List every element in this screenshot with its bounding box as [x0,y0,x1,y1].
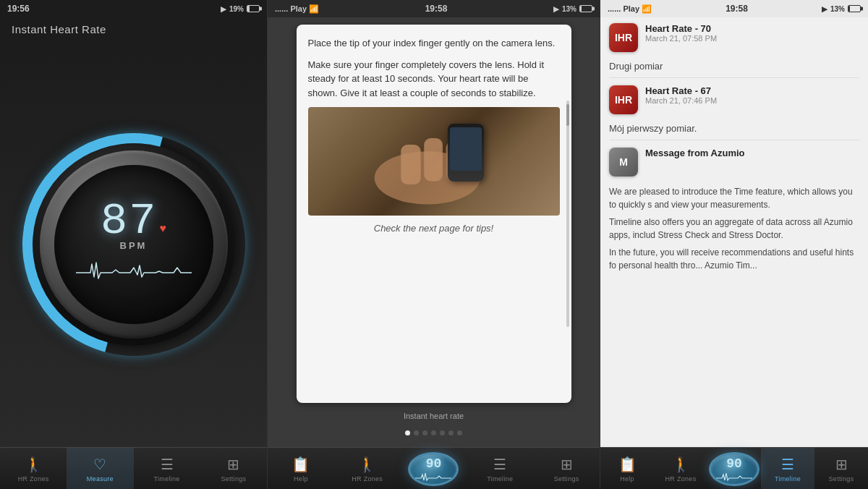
dot-2 [414,430,419,435]
dot-6 [448,430,454,435]
status-time-1: 19:56 [7,4,30,14]
hr-zones-icon-2: 🚶 [358,456,376,473]
svg-rect-2 [424,138,443,182]
measure-btn-value-3: 90 [726,456,742,471]
instructions-card: Place the tip of your index finger gentl… [297,25,571,403]
ecg-waveform [76,257,192,282]
play-icon-3: ▶ [822,5,827,13]
dot-4 [431,430,436,435]
timeline-note-2: Mój pierwszy pomiar. [609,123,859,134]
help-label-3: Help [620,475,634,482]
nav-help-2[interactable]: 📋 Help [268,448,334,489]
timeline-icon-2: ☰ [493,456,506,473]
measure-icon-1: ♡ [93,456,106,473]
screen-instructions: ...... Play 📶 19:58 ▶ 13% Place the tip … [268,0,600,489]
status-bar-1: 19:56 ▶ 19% [0,0,267,17]
nav-measure-center-2[interactable]: 90 [401,448,467,489]
timeline-icon-ihr-1: IHR [609,23,638,52]
status-right-3: ▶ 13% [822,5,861,13]
timeline-title-2: Heart Rate - 67 [645,85,859,96]
status-time-2: 19:58 [425,4,448,14]
gauge-outer: 87 ♥ BPM [33,143,235,346]
bottom-nav-1: 🚶 HR Zones ♡ Measure ☰ Timeline ⊞ Settin… [0,447,267,489]
hr-zones-label-2: HR Zones [352,475,383,482]
card-scrollbar-thumb [566,104,569,126]
battery-fill-3 [848,6,850,12]
battery-fill-2 [580,6,582,12]
nav-timeline-2[interactable]: ☰ Timeline [467,448,533,489]
gauge-ring: 87 ♥ BPM [40,150,228,339]
timeline-title-3: Message from Azumio [645,148,859,158]
settings-icon-3: ⊞ [835,456,848,473]
timeline-title-1: Heart Rate - 70 [645,23,859,34]
hand-svg [308,107,560,216]
measure-ecg-mini [415,471,451,482]
status-time-3: 19:58 [726,4,748,14]
bottom-nav-3: 📋 Help 🚶 HR Zones 90 ☰ Timeline ⊞ Settin… [600,447,868,489]
status-left-2: ...... Play 📶 [275,4,319,14]
nav-hr-zones-3[interactable]: 🚶 HR Zones [654,448,707,489]
nav-timeline-3[interactable]: ☰ Timeline [761,448,814,489]
timeline-icon-1: ☰ [161,456,174,473]
app-title-text: Instant Heart Rate [12,23,106,35]
page-dots [405,426,462,440]
hr-zones-icon-3: 🚶 [672,456,690,473]
battery-icon-1 [247,5,260,12]
help-icon-2: 📋 [292,456,310,473]
hr-zones-label-1: HR Zones [18,475,49,482]
nav-help-3[interactable]: 📋 Help [600,448,654,489]
gauge-area: 87 ♥ BPM [0,41,267,447]
timeline-date-2: March 21, 07:46 PM [645,96,859,105]
bottom-nav-2: 📋 Help 🚶 HR Zones 90 ☰ Timeline ⊞ Settin… [268,447,600,489]
timeline-note-1: Drugi pomiar [609,61,859,72]
hr-zones-label-3: HR Zones [665,475,697,482]
timeline-content-2: Heart Rate - 67 March 21, 07:46 PM [645,85,859,107]
help-label-2: Help [294,475,308,482]
timeline-content-1: Heart Rate - 70 March 21, 07:58 PM [645,23,859,45]
timeline-item-2: IHR Heart Rate - 67 March 21, 07:46 PM [609,85,859,114]
bpm-digits: 87 [101,199,157,244]
gauge-inner: 87 ♥ BPM [54,165,213,324]
timeline-item-3: M Message from Azumio [609,148,859,177]
battery-fill-1 [247,6,250,12]
nav-measure-center-3[interactable]: 90 [707,448,761,489]
measure-btn-value: 90 [426,456,442,471]
nav-settings-1[interactable]: ⊞ Settings [200,448,267,489]
status-left-3: ...... Play 📶 [608,4,652,14]
timeline-icon-3: ☰ [781,456,794,473]
dot-1 [405,430,410,435]
nav-hr-zones-2[interactable]: 🚶 HR Zones [334,448,401,489]
nav-hr-zones-1[interactable]: 🚶 HR Zones [0,448,67,489]
dot-5 [440,430,445,435]
instructions-body: Place the tip of your index finger gentl… [268,17,600,447]
svg-rect-1 [401,145,420,184]
settings-label-3: Settings [829,475,854,482]
battery-pct-1: 19% [229,5,244,13]
nav-measure-1[interactable]: ♡ Measure [67,448,133,489]
timeline-icon-message: M [609,148,638,177]
status-right-2: ▶ 13% [553,5,592,13]
nav-timeline-1[interactable]: ☰ Timeline [134,448,200,489]
battery-pct-2: 13% [562,5,576,13]
heart-symbol: ♥ [159,222,166,235]
measure-label-1: Measure [87,475,114,482]
measure-button-3[interactable]: 90 [709,452,760,486]
timeline-label-1: Timeline [154,475,180,482]
card-bottom-label: Instant heart rate [404,412,464,420]
measure-button[interactable]: 90 [408,452,459,486]
nav-settings-3[interactable]: ⊞ Settings [814,448,868,489]
screen-heart-rate-monitor: 19:56 ▶ 19% Instant Heart Rate 87 ♥ BPM [0,0,268,489]
bpm-display: 87 ♥ [101,199,166,244]
screen-timeline: ...... Play 📶 19:58 ▶ 13% IHR Heart Rate… [600,0,868,489]
azumio-message-3: In the future, you will receive recommen… [609,246,859,272]
bpm-label: BPM [120,240,148,251]
nav-settings-2[interactable]: ⊞ Settings [533,448,600,489]
play-icon-2: ▶ [553,5,559,13]
status-bar-3: ...... Play 📶 19:58 ▶ 13% [600,0,868,17]
dot-3 [422,430,427,435]
hr-zones-icon-1: 🚶 [25,456,43,473]
dot-7 [457,430,462,435]
divider-1 [609,77,859,78]
wifi-icon-2: 📶 [309,4,319,13]
instruction-footer: Check the next page for tips! [308,223,560,234]
